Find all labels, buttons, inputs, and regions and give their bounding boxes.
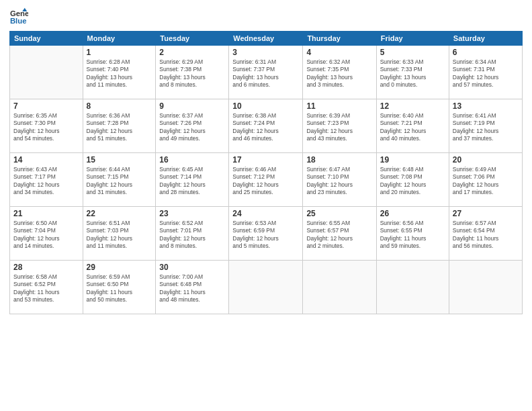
day-number: 9: [159, 101, 225, 111]
day-number: 15: [87, 155, 152, 165]
day-number: 7: [13, 101, 79, 111]
calendar-cell: 1Sunrise: 6:28 AMSunset: 7:40 PMDaylight…: [83, 46, 156, 99]
day-info: Sunrise: 6:32 AMSunset: 7:35 PMDaylight:…: [306, 58, 372, 89]
calendar-week-row: 21Sunrise: 6:50 AMSunset: 7:04 PMDayligh…: [10, 207, 523, 261]
day-info: Sunrise: 6:46 AMSunset: 7:12 PMDaylight:…: [232, 166, 299, 197]
calendar-cell: 22Sunrise: 6:51 AMSunset: 7:03 PMDayligh…: [83, 207, 156, 261]
day-info: Sunrise: 6:36 AMSunset: 7:28 PMDaylight:…: [87, 112, 152, 143]
day-number: 20: [453, 155, 519, 165]
day-info: Sunrise: 6:52 AMSunset: 7:01 PMDaylight:…: [159, 220, 225, 250]
calendar-cell: 4Sunrise: 6:32 AMSunset: 7:35 PMDaylight…: [303, 46, 376, 99]
day-number: 29: [87, 263, 152, 272]
day-info: Sunrise: 6:33 AMSunset: 7:33 PMDaylight:…: [380, 58, 445, 89]
day-info: Sunrise: 6:34 AMSunset: 7:31 PMDaylight:…: [453, 58, 519, 89]
calendar-cell: 17Sunrise: 6:46 AMSunset: 7:12 PMDayligh…: [229, 153, 303, 207]
day-info: Sunrise: 6:39 AMSunset: 7:23 PMDaylight:…: [306, 112, 372, 143]
weekday-header: Monday: [83, 32, 156, 46]
calendar-week-row: 1Sunrise: 6:28 AMSunset: 7:40 PMDaylight…: [10, 46, 523, 99]
day-number: 6: [453, 48, 519, 57]
calendar-cell: 21Sunrise: 6:50 AMSunset: 7:04 PMDayligh…: [10, 207, 83, 261]
day-info: Sunrise: 6:48 AMSunset: 7:08 PMDaylight:…: [380, 166, 445, 197]
weekday-header: Wednesday: [229, 32, 303, 46]
calendar-cell: 14Sunrise: 6:43 AMSunset: 7:17 PMDayligh…: [10, 153, 83, 207]
calendar-week-row: 14Sunrise: 6:43 AMSunset: 7:17 PMDayligh…: [10, 153, 523, 207]
calendar-cell: [376, 261, 449, 314]
weekday-header: Thursday: [303, 32, 376, 46]
calendar-cell: 19Sunrise: 6:48 AMSunset: 7:08 PMDayligh…: [376, 153, 449, 207]
page: General Blue SundayMondayTuesdayWednesda…: [0, 0, 532, 411]
calendar-cell: 28Sunrise: 6:58 AMSunset: 6:52 PMDayligh…: [10, 261, 83, 314]
day-number: 11: [306, 101, 372, 111]
day-number: 17: [232, 155, 299, 165]
day-info: Sunrise: 6:43 AMSunset: 7:17 PMDaylight:…: [13, 166, 79, 197]
day-info: Sunrise: 6:31 AMSunset: 7:37 PMDaylight:…: [232, 58, 299, 89]
day-number: 24: [232, 209, 299, 218]
weekday-header: Sunday: [10, 32, 83, 46]
calendar-week-row: 28Sunrise: 6:58 AMSunset: 6:52 PMDayligh…: [10, 261, 523, 314]
calendar-cell: 3Sunrise: 6:31 AMSunset: 7:37 PMDaylight…: [229, 46, 303, 99]
logo-icon: General Blue: [9, 7, 28, 26]
calendar-header-row: SundayMondayTuesdayWednesdayThursdayFrid…: [10, 32, 523, 46]
day-info: Sunrise: 6:35 AMSunset: 7:30 PMDaylight:…: [13, 112, 79, 143]
day-info: Sunrise: 6:41 AMSunset: 7:19 PMDaylight:…: [453, 112, 519, 143]
day-number: 28: [13, 263, 79, 272]
day-info: Sunrise: 6:59 AMSunset: 6:50 PMDaylight:…: [87, 273, 152, 304]
calendar-cell: 12Sunrise: 6:40 AMSunset: 7:21 PMDayligh…: [376, 99, 449, 153]
calendar-cell: 20Sunrise: 6:49 AMSunset: 7:06 PMDayligh…: [449, 153, 522, 207]
day-number: 13: [453, 101, 519, 111]
calendar-cell: 27Sunrise: 6:57 AMSunset: 6:54 PMDayligh…: [449, 207, 522, 261]
day-info: Sunrise: 6:28 AMSunset: 7:40 PMDaylight:…: [87, 58, 152, 89]
calendar-cell: [229, 261, 303, 314]
day-info: Sunrise: 6:58 AMSunset: 6:52 PMDaylight:…: [13, 273, 79, 304]
day-info: Sunrise: 6:29 AMSunset: 7:38 PMDaylight:…: [159, 58, 225, 89]
calendar-table: SundayMondayTuesdayWednesdayThursdayFrid…: [9, 31, 523, 314]
calendar-cell: 5Sunrise: 6:33 AMSunset: 7:33 PMDaylight…: [376, 46, 449, 99]
day-info: Sunrise: 6:44 AMSunset: 7:15 PMDaylight:…: [87, 166, 152, 197]
day-number: 5: [380, 48, 445, 57]
day-number: 27: [453, 209, 519, 218]
calendar-cell: 24Sunrise: 6:53 AMSunset: 6:59 PMDayligh…: [229, 207, 303, 261]
day-number: 2: [159, 48, 225, 57]
day-info: Sunrise: 6:45 AMSunset: 7:14 PMDaylight:…: [159, 166, 225, 197]
day-number: 4: [306, 48, 372, 57]
calendar-cell: 8Sunrise: 6:36 AMSunset: 7:28 PMDaylight…: [83, 99, 156, 153]
day-info: Sunrise: 6:55 AMSunset: 6:57 PMDaylight:…: [306, 220, 372, 250]
calendar-cell: 11Sunrise: 6:39 AMSunset: 7:23 PMDayligh…: [303, 99, 376, 153]
day-info: Sunrise: 6:38 AMSunset: 7:24 PMDaylight:…: [232, 112, 299, 143]
day-info: Sunrise: 6:40 AMSunset: 7:21 PMDaylight:…: [380, 112, 445, 143]
calendar-cell: [449, 261, 522, 314]
day-number: 12: [380, 101, 445, 111]
day-number: 1: [87, 48, 152, 57]
calendar-cell: 29Sunrise: 6:59 AMSunset: 6:50 PMDayligh…: [83, 261, 156, 314]
calendar-cell: 6Sunrise: 6:34 AMSunset: 7:31 PMDaylight…: [449, 46, 522, 99]
day-number: 21: [13, 209, 79, 218]
day-info: Sunrise: 6:47 AMSunset: 7:10 PMDaylight:…: [306, 166, 372, 197]
calendar-cell: 30Sunrise: 7:00 AMSunset: 6:48 PMDayligh…: [156, 261, 229, 314]
calendar-cell: 25Sunrise: 6:55 AMSunset: 6:57 PMDayligh…: [303, 207, 376, 261]
day-number: 10: [232, 101, 299, 111]
day-number: 3: [232, 48, 299, 57]
day-info: Sunrise: 6:51 AMSunset: 7:03 PMDaylight:…: [87, 220, 152, 250]
day-number: 23: [159, 209, 225, 218]
day-number: 19: [380, 155, 445, 165]
day-info: Sunrise: 7:00 AMSunset: 6:48 PMDaylight:…: [159, 273, 225, 304]
weekday-header: Friday: [376, 32, 449, 46]
day-number: 26: [380, 209, 445, 218]
calendar-week-row: 7Sunrise: 6:35 AMSunset: 7:30 PMDaylight…: [10, 99, 523, 153]
calendar-cell: 10Sunrise: 6:38 AMSunset: 7:24 PMDayligh…: [229, 99, 303, 153]
calendar-cell: 15Sunrise: 6:44 AMSunset: 7:15 PMDayligh…: [83, 153, 156, 207]
day-info: Sunrise: 6:49 AMSunset: 7:06 PMDaylight:…: [453, 166, 519, 197]
calendar-cell: [303, 261, 376, 314]
calendar-cell: 23Sunrise: 6:52 AMSunset: 7:01 PMDayligh…: [156, 207, 229, 261]
day-number: 30: [159, 263, 225, 272]
calendar-cell: 2Sunrise: 6:29 AMSunset: 7:38 PMDaylight…: [156, 46, 229, 99]
day-info: Sunrise: 6:50 AMSunset: 7:04 PMDaylight:…: [13, 220, 79, 250]
calendar-cell: [10, 46, 83, 99]
calendar-cell: 13Sunrise: 6:41 AMSunset: 7:19 PMDayligh…: [449, 99, 522, 153]
weekday-header: Saturday: [449, 32, 522, 46]
logo: General Blue: [9, 7, 31, 26]
calendar-cell: 18Sunrise: 6:47 AMSunset: 7:10 PMDayligh…: [303, 153, 376, 207]
day-info: Sunrise: 6:37 AMSunset: 7:26 PMDaylight:…: [159, 112, 225, 143]
svg-text:Blue: Blue: [10, 17, 27, 25]
calendar-cell: 26Sunrise: 6:56 AMSunset: 6:55 PMDayligh…: [376, 207, 449, 261]
